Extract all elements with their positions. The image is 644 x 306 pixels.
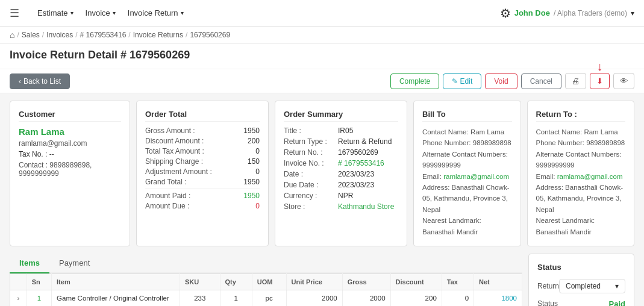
os-label: Currency : — [284, 192, 338, 200]
th-unit-price: Unit Price — [286, 273, 342, 290]
nav-estimate[interactable]: Estimate ▾ — [31, 0, 80, 26]
back-icon: ‹ — [19, 77, 21, 86]
ot-label: Amount Paid : — [145, 192, 190, 200]
bill-to-title: Bill To — [422, 110, 512, 122]
row-expand[interactable]: › — [10, 290, 27, 306]
order-summary-row: Date :2023/03/23 — [284, 170, 398, 178]
row-net: 1800 — [474, 290, 522, 306]
table-header: Sn Item SKU Qty UOM Unit Price Gross Dis… — [10, 273, 522, 290]
customer-title: Customer — [19, 110, 121, 122]
ot-value: 0 — [255, 167, 260, 176]
estimate-arrow: ▾ — [70, 10, 73, 16]
bill-to-card: Bill To Contact Name: Ram Lama Phone Num… — [413, 101, 521, 246]
tabs: Items Payment — [10, 254, 522, 273]
ot-divider — [145, 189, 260, 189]
row-uom: pc — [252, 290, 286, 306]
edit-button[interactable]: ✎ Edit — [443, 73, 481, 89]
return-to-title: Return To : — [536, 110, 626, 122]
return-status-arrow: ▾ — [615, 282, 619, 290]
order-total-row: Shipping Charge :150 — [145, 157, 260, 166]
user-menu[interactable]: ⚙ John Doe / Alpha Traders (demo) ▾ — [500, 6, 634, 20]
order-summary-title: Order Summary — [284, 110, 398, 122]
os-label: Invoice No. : — [284, 159, 338, 167]
th-expand — [10, 273, 27, 290]
order-summary-row: Currency :NPR — [284, 192, 398, 200]
complete-button[interactable]: Complete — [390, 73, 439, 89]
ot-label: Discount Amount : — [145, 137, 204, 145]
th-gross: Gross — [342, 273, 390, 290]
customer-tax: Tax No. : -- — [19, 150, 121, 158]
order-total-row: Grand Total :1950 — [145, 178, 260, 186]
download-wrapper: ↓ ⬇ — [590, 73, 610, 89]
th-net: Net — [474, 273, 522, 290]
print-button[interactable]: 🖨 — [565, 73, 586, 89]
home-icon[interactable]: ⌂ — [10, 30, 14, 40]
order-summary-card: Order Summary Title :IR05Return Type :Re… — [275, 101, 407, 246]
status-card: Status Return Completed ▾ Status Paid — [528, 254, 634, 306]
row-qty: 1 — [220, 290, 252, 306]
th-uom: UOM — [252, 273, 286, 290]
status-title: Status — [537, 263, 625, 272]
nav-invoice[interactable]: Invoice ▾ — [80, 0, 122, 26]
row-sn: 1 — [27, 290, 51, 306]
ot-label: Total Tax Amount : — [145, 147, 204, 155]
ot-value: 1950 — [243, 126, 260, 135]
back-button[interactable]: ‹ Back to List — [10, 73, 70, 89]
ot-value: 0 — [255, 147, 260, 155]
breadcrumb-invoice-num[interactable]: # 1679553416 — [80, 31, 127, 39]
table-header-row: Sn Item SKU Qty UOM Unit Price Gross Dis… — [10, 273, 522, 290]
view-button[interactable]: 👁 — [613, 73, 634, 89]
page-title: Invoice Return Detail # 1679560269 — [10, 49, 634, 61]
return-status-row: Return Completed ▾ — [537, 279, 625, 293]
action-bar: ‹ Back to List Complete ✎ Edit Void Canc… — [0, 69, 644, 93]
breadcrumb-invoices[interactable]: Invoices — [46, 31, 73, 39]
breadcrumb-invoice-returns[interactable]: Invoice Returns — [133, 31, 183, 39]
github-icon: ⚙ — [500, 6, 511, 20]
th-qty: Qty — [220, 273, 252, 290]
os-value: Kathmandu Store — [338, 202, 394, 211]
hamburger-menu[interactable]: ☰ — [10, 7, 19, 20]
order-total-row: Amount Due :0 — [145, 202, 260, 210]
os-label: Return Type : — [284, 137, 338, 146]
items-table: Sn Item SKU Qty UOM Unit Price Gross Dis… — [10, 273, 522, 306]
os-value: NPR — [338, 192, 353, 200]
order-summary-row: Return No. :1679560269 — [284, 148, 398, 157]
void-button[interactable]: Void — [485, 73, 517, 89]
return-status-select[interactable]: Completed ▾ — [559, 279, 625, 293]
invoice-return-arrow: ▾ — [181, 10, 184, 16]
breadcrumb: ⌂ / Sales / Invoices / # 1679553416 / In… — [0, 27, 644, 44]
order-total-rows: Gross Amount :1950Discount Amount :200To… — [145, 126, 260, 210]
paid-status-row: Status Paid — [537, 299, 625, 306]
return-status-value: Completed — [566, 282, 601, 290]
ot-value: 150 — [248, 157, 260, 166]
os-label: Date : — [284, 170, 338, 178]
th-sku: SKU — [180, 273, 220, 290]
tab-payment[interactable]: Payment — [49, 254, 99, 273]
ot-value: 1950 — [243, 192, 260, 200]
order-total-row: Amount Paid :1950 — [145, 192, 260, 200]
status-label: Status — [537, 299, 558, 306]
customer-card: Customer Ram Lama ramlama@gmail.com Tax … — [10, 101, 130, 246]
order-summary-row: Return Type :Return & Refund — [284, 137, 398, 146]
breadcrumb-return-num: 1679560269 — [190, 31, 230, 39]
customer-email: ramlama@gmail.com — [19, 139, 121, 148]
ot-label: Grand Total : — [145, 178, 186, 186]
th-item: Item — [52, 273, 180, 290]
ot-label: Shipping Charge : — [145, 157, 203, 166]
os-value: IR05 — [338, 126, 353, 135]
os-value: 2023/03/23 — [338, 181, 374, 189]
top-nav: ☰ Estimate ▾ Invoice ▾ Invoice Return ▾ … — [0, 0, 644, 27]
row-discount: 200 — [390, 290, 442, 306]
breadcrumb-sales[interactable]: Sales — [22, 31, 40, 39]
order-total-card: Order Total Gross Amount :1950Discount A… — [136, 101, 269, 246]
cancel-button[interactable]: Cancel — [521, 73, 561, 89]
user-name: John Doe — [514, 8, 550, 17]
os-value: 1679560269 — [338, 148, 378, 157]
download-button[interactable]: ⬇ — [590, 73, 610, 89]
bottom-left: Items Payment Sn Item SKU Qty UOM Unit P… — [10, 254, 522, 306]
nav-invoice-return[interactable]: Invoice Return ▾ — [122, 0, 190, 26]
tab-items[interactable]: Items — [10, 254, 49, 273]
ot-label: Amount Due : — [145, 202, 189, 210]
return-to-address: Contact Name: Ram Lama Phone Number: 989… — [536, 126, 626, 237]
return-to-card: Return To : Contact Name: Ram Lama Phone… — [527, 101, 635, 246]
